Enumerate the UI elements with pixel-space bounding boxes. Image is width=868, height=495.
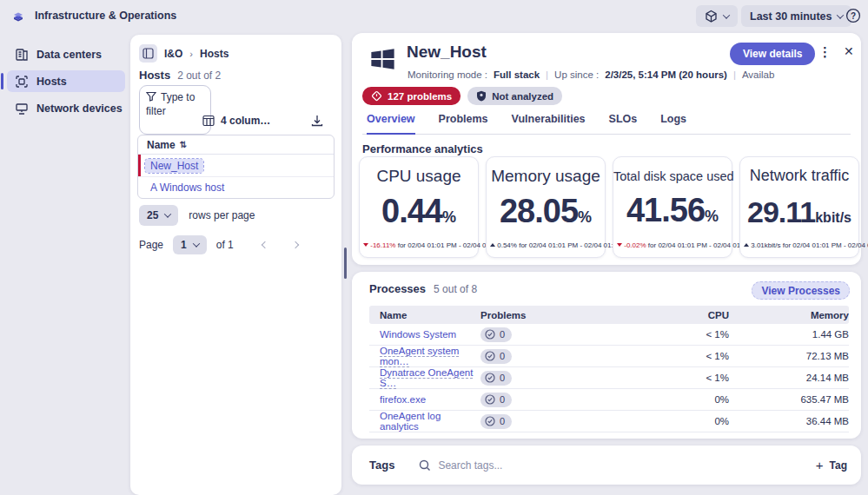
sidebar-item-label: Data centers: [36, 49, 102, 61]
process-memory: 635.47 MB: [729, 394, 849, 405]
warning-diamond-icon: [371, 90, 382, 102]
breadcrumb-separator: ›: [189, 49, 193, 59]
app-title: Infrastructure & Operations: [35, 10, 176, 22]
shield-icon: [476, 90, 487, 102]
sidebar-item-network-devices[interactable]: Network devices: [7, 97, 125, 119]
process-row[interactable]: Windows System 0 < 1% 1.44 GB: [369, 324, 849, 346]
col-memory: Memory: [729, 310, 849, 320]
sidebar-item-label: Network devices: [36, 102, 123, 115]
columns-config-button[interactable]: 4 colum…: [202, 115, 270, 127]
environment-switcher-button[interactable]: [696, 5, 738, 27]
host-meta-line: Monitoring mode : Full stack | Up since …: [407, 69, 774, 80]
app-logo-icon: [11, 10, 25, 23]
host-row[interactable]: A Windows host: [138, 176, 334, 198]
data-center-icon: [15, 48, 29, 62]
network-traffic-card[interactable]: Network traffic 29.11kbit/s 3.01kbit/s f…: [739, 156, 859, 258]
hosts-filter-input[interactable]: Type to filter: [139, 85, 211, 135]
check-circle-icon: [485, 416, 495, 426]
chevron-down-icon: [837, 11, 844, 18]
tags-title: Tags: [369, 459, 394, 472]
col-name: Name: [369, 310, 480, 320]
timeframe-value: Last 30 minutes: [750, 10, 832, 23]
hosts-table-header[interactable]: Name ⇅: [138, 135, 334, 155]
host-title: New_Host: [407, 43, 487, 62]
process-link[interactable]: Windows System: [380, 329, 456, 340]
svg-text:?: ?: [851, 11, 856, 21]
tab-slos[interactable]: SLOs: [609, 113, 638, 134]
check-circle-icon: [485, 329, 495, 340]
process-memory: 24.14 MB: [729, 373, 849, 383]
process-problems-pill[interactable]: 0: [480, 393, 512, 407]
processes-table: Name Problems CPU Memory Windows System …: [369, 306, 849, 432]
view-processes-button[interactable]: View Processes: [752, 281, 850, 300]
tab-problems[interactable]: Problems: [439, 113, 488, 134]
host-row-selected[interactable]: New_Host: [138, 155, 334, 176]
process-problems-pill[interactable]: 0: [480, 349, 512, 364]
divider: |: [546, 69, 548, 80]
next-page-icon[interactable]: [291, 241, 298, 248]
host-link[interactable]: A Windows host: [150, 182, 224, 194]
process-link[interactable]: OneAgent log analytics: [380, 411, 441, 432]
vertical-scrollbar-thumb[interactable]: [344, 248, 347, 279]
tab-logs[interactable]: Logs: [660, 113, 686, 134]
download-icon[interactable]: [311, 115, 323, 127]
process-link[interactable]: OneAgent system mon…: [380, 346, 459, 367]
not-analyzed-badge[interactable]: Not analyzed: [467, 87, 562, 105]
process-row[interactable]: OneAgent log analytics 0 0% 36.44 MB: [369, 411, 849, 432]
metric-title: Network traffic: [740, 167, 858, 185]
up-since-value: 2/3/25, 5:14 PM (20 hours): [605, 69, 727, 80]
check-circle-icon: [485, 373, 495, 383]
tags-search-input[interactable]: [438, 459, 699, 472]
host-icon: [15, 75, 29, 89]
hosts-count: 2 out of 2: [177, 69, 221, 82]
process-row[interactable]: firefox.exe 0 0% 635.47 MB: [369, 389, 849, 411]
problems-badge[interactable]: 127 problems: [362, 87, 461, 105]
rows-per-page-select[interactable]: 25: [139, 205, 178, 226]
trend-up-icon: [490, 243, 495, 247]
process-link[interactable]: firefox.exe: [380, 394, 426, 405]
close-icon[interactable]: ✕: [844, 44, 854, 58]
col-cpu: CPU: [625, 310, 729, 320]
help-icon[interactable]: ?: [845, 8, 861, 23]
host-detail-card: New_Host Monitoring mode : Full stack | …: [352, 33, 861, 265]
sidebar-item-data-centers[interactable]: Data centers: [7, 43, 125, 65]
disk-usage-card[interactable]: Total disk space used 41.56% -0.02% for …: [613, 156, 732, 258]
tab-vulnerabilities[interactable]: Vulnerabilities: [512, 113, 586, 134]
sidebar-item-label: Hosts: [36, 76, 67, 88]
metric-unit: %: [578, 208, 592, 226]
processes-count: 5 out of 8: [434, 283, 477, 295]
timeframe-selector[interactable]: Last 30 minutes: [741, 5, 851, 27]
rows-per-page-value: 25: [147, 209, 158, 221]
kebab-menu-icon[interactable]: ⋮: [818, 44, 832, 60]
process-memory: 1.44 GB: [729, 329, 849, 340]
panel-collapse-icon[interactable]: [139, 44, 157, 63]
breadcrumb-root[interactable]: I&O: [164, 48, 182, 60]
memory-usage-card[interactable]: Memory usage 28.05% 0.54% for 02/04 01:0…: [486, 156, 606, 258]
problems-badge-label: 127 problems: [388, 91, 452, 102]
chevron-down-icon: [723, 11, 730, 18]
metric-value: 28.05%: [487, 193, 605, 230]
not-analyzed-badge-label: Not analyzed: [492, 91, 553, 102]
process-problems-pill[interactable]: 0: [480, 371, 512, 386]
process-row[interactable]: Dynatrace OneAgent S… 0 < 1% 24.14 MB: [369, 367, 849, 389]
up-since-label: Up since :: [554, 69, 599, 80]
host-link[interactable]: New_Host: [145, 159, 203, 173]
process-cpu: < 1%: [625, 373, 729, 383]
previous-page-icon[interactable]: [261, 241, 268, 248]
process-problems-pill[interactable]: 0: [480, 414, 512, 429]
process-row[interactable]: OneAgent system mon… 0 < 1% 72.13 MB: [369, 346, 849, 367]
add-tag-label: Tag: [830, 459, 847, 472]
metric-delta-line: 0.54% for 02/04 01:01 PM - 02/04 01:31 P…: [490, 241, 601, 249]
cpu-usage-card[interactable]: CPU usage 0.44% -16.11% for 02/04 01:01 …: [359, 156, 479, 258]
view-details-button[interactable]: View details: [730, 43, 815, 65]
sidebar-item-hosts[interactable]: Hosts: [7, 70, 125, 92]
process-problems-pill[interactable]: 0: [480, 327, 512, 342]
add-tag-button[interactable]: + Tag: [816, 458, 847, 472]
check-circle-icon: [485, 351, 495, 361]
tab-overview[interactable]: Overview: [367, 113, 415, 135]
process-link[interactable]: Dynatrace OneAgent S…: [380, 367, 473, 389]
trend-up-icon: [744, 243, 749, 247]
page-select[interactable]: 1: [173, 235, 207, 254]
divider: |: [733, 69, 736, 80]
chevron-down-icon: [192, 240, 199, 247]
